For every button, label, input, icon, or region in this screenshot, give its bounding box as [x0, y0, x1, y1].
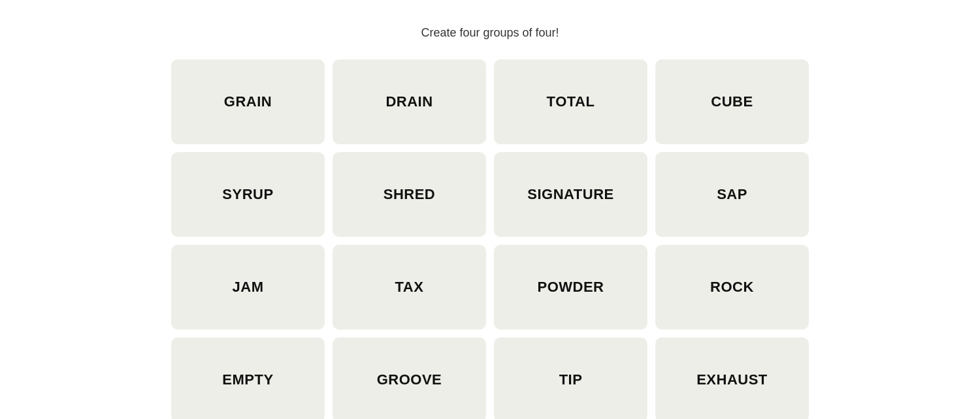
tile-label-grain: GRAIN	[224, 93, 272, 110]
tile-cube[interactable]: CUBE	[655, 59, 809, 144]
tile-label-empty: EMPTY	[222, 371, 273, 388]
tile-signature[interactable]: SIGNATURE	[494, 152, 647, 237]
tile-label-exhaust: EXHAUST	[696, 371, 768, 388]
tile-sap[interactable]: SAP	[655, 152, 809, 237]
game-subtitle: Create four groups of four!	[421, 26, 559, 40]
tile-grain[interactable]: GRAIN	[171, 59, 325, 144]
tile-powder[interactable]: POWDER	[494, 245, 647, 330]
tile-label-total: TOTAL	[547, 93, 595, 110]
tile-exhaust[interactable]: EXHAUST	[655, 337, 809, 419]
tile-label-syrup: SYRUP	[222, 186, 273, 203]
tile-syrup[interactable]: SYRUP	[171, 152, 325, 237]
tile-label-shred: SHRED	[384, 186, 436, 203]
tile-tax[interactable]: TAX	[333, 245, 486, 330]
tile-label-jam: JAM	[233, 279, 264, 296]
tile-label-cube: CUBE	[711, 93, 753, 110]
tile-drain[interactable]: DRAIN	[333, 59, 486, 144]
tile-rock[interactable]: ROCK	[655, 245, 809, 330]
tile-label-sap: SAP	[717, 186, 747, 203]
tile-tip[interactable]: TIP	[494, 337, 647, 419]
tile-jam[interactable]: JAM	[171, 245, 325, 330]
tile-shred[interactable]: SHRED	[333, 152, 486, 237]
tile-label-signature: SIGNATURE	[527, 186, 613, 203]
tile-empty[interactable]: EMPTY	[171, 337, 325, 419]
game-grid: GRAINDRAINTOTALCUBESYRUPSHREDSIGNATURESA…	[171, 59, 809, 419]
tile-label-groove: GROOVE	[377, 371, 442, 388]
tile-label-powder: POWDER	[538, 279, 604, 296]
tile-label-drain: DRAIN	[385, 93, 433, 110]
tile-label-tip: TIP	[559, 371, 583, 388]
tile-label-rock: ROCK	[710, 279, 754, 296]
tile-total[interactable]: TOTAL	[494, 59, 647, 144]
tile-label-tax: TAX	[395, 279, 424, 296]
tile-groove[interactable]: GROOVE	[333, 337, 486, 419]
